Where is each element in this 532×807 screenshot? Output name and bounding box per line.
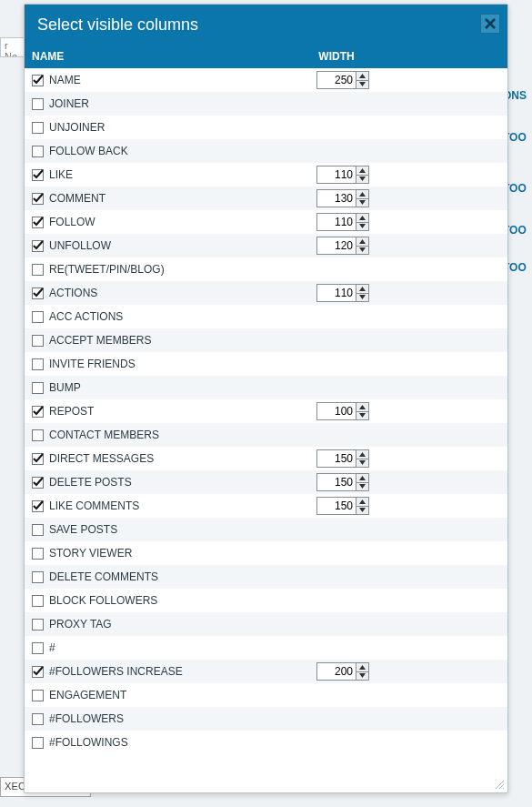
chevron-down-icon [359,413,366,418]
column-checkbox[interactable] [32,75,44,86]
column-checkbox[interactable] [32,122,44,134]
column-checkbox[interactable] [32,500,44,512]
width-input[interactable] [317,450,356,467]
spin-down-button[interactable] [356,483,368,491]
spin-buttons [356,403,368,419]
width-cell [306,497,369,515]
svg-marker-15 [359,413,366,418]
column-row: LIKE [25,163,507,187]
width-input[interactable] [317,403,356,419]
column-row: DIRECT MESSAGES [25,447,507,470]
spin-up-button[interactable] [356,166,368,176]
column-checkbox[interactable] [32,287,44,299]
spin-up-button[interactable] [356,403,368,412]
spin-down-button[interactable] [356,507,368,515]
width-input[interactable] [317,237,356,254]
column-row: DELETE POSTS [25,470,507,494]
width-stepper [316,473,369,491]
chevron-down-icon [359,508,366,512]
spin-down-button[interactable] [356,176,368,184]
resize-handle[interactable] [493,778,504,789]
column-checkbox[interactable] [32,737,44,749]
column-row: FOLLOW BACK [25,139,507,163]
spin-up-button[interactable] [356,214,368,223]
column-checkbox[interactable] [32,429,44,441]
column-label: DELETE COMMENTS [49,570,306,583]
spin-buttons [356,190,368,207]
column-checkbox[interactable] [32,666,44,678]
column-checkbox[interactable] [32,264,44,276]
column-label: #FOLLOWERS INCREASE [49,665,306,678]
spin-down-button[interactable] [356,223,368,231]
column-checkbox[interactable] [32,595,44,607]
width-input[interactable] [317,166,356,183]
chevron-down-icon [359,295,366,299]
chevron-down-icon [359,673,366,678]
spin-down-button[interactable] [356,199,368,207]
column-checkbox[interactable] [32,335,44,347]
spin-up-button[interactable] [356,237,368,247]
column-checkbox[interactable] [32,524,44,536]
column-label: FOLLOW BACK [49,145,306,157]
column-checkbox[interactable] [32,98,44,110]
column-checkbox[interactable] [32,406,44,418]
column-checkbox[interactable] [32,548,44,560]
chevron-up-icon [359,168,366,173]
spin-up-button[interactable] [356,190,368,199]
width-cell [306,402,369,420]
spin-down-button[interactable] [356,459,368,468]
column-checkbox[interactable] [32,240,44,252]
width-input[interactable] [317,214,356,230]
column-checkbox[interactable] [32,382,44,394]
column-label: DELETE POSTS [49,476,306,489]
width-input[interactable] [317,663,356,680]
width-cell [306,189,369,207]
column-label: DIRECT MESSAGES [49,452,306,465]
close-button[interactable] [480,14,500,34]
column-checkbox[interactable] [32,690,44,701]
chevron-up-icon [359,216,366,220]
column-checkbox[interactable] [32,619,44,630]
spin-down-button[interactable] [356,81,368,89]
spin-up-button[interactable] [356,72,368,81]
width-cell [306,71,369,89]
spin-up-button[interactable] [356,474,368,483]
column-label: BUMP [49,381,306,394]
spin-down-button[interactable] [356,247,368,255]
width-input[interactable] [317,498,356,514]
spin-down-button[interactable] [356,672,368,681]
svg-marker-8 [359,216,366,220]
column-label: INVITE FRIENDS [49,358,306,370]
spin-up-button[interactable] [356,285,368,294]
width-input[interactable] [317,190,356,207]
column-checkbox[interactable] [32,713,44,725]
spin-down-button[interactable] [356,412,368,420]
column-checkbox[interactable] [32,642,44,654]
spin-buttons [356,450,368,467]
chevron-down-icon [359,177,366,181]
width-stepper [316,662,369,681]
column-checkbox[interactable] [32,311,44,323]
column-label: #FOLLOWINGS [49,736,306,749]
column-checkbox[interactable] [32,146,44,157]
column-checkbox[interactable] [32,477,44,489]
column-checkbox[interactable] [32,571,44,583]
spin-down-button[interactable] [356,294,368,302]
spin-up-button[interactable] [356,450,368,459]
column-checkbox[interactable] [32,358,44,370]
spin-buttons [356,237,368,254]
column-checkbox[interactable] [32,169,44,181]
width-input[interactable] [317,474,356,490]
spin-buttons [356,474,368,490]
width-input[interactable] [317,285,356,301]
column-checkbox[interactable] [32,217,44,228]
column-label: BLOCK FOLLOWERS [49,594,306,607]
spin-up-button[interactable] [356,663,368,672]
dialog-title: Select visible columns [37,15,198,35]
spin-up-button[interactable] [356,498,368,507]
width-input[interactable] [317,72,356,88]
column-checkbox[interactable] [32,193,44,205]
column-label: ENGAGEMENT [49,689,306,701]
column-headers: NAME WIDTH [25,45,507,68]
column-checkbox[interactable] [32,453,44,465]
